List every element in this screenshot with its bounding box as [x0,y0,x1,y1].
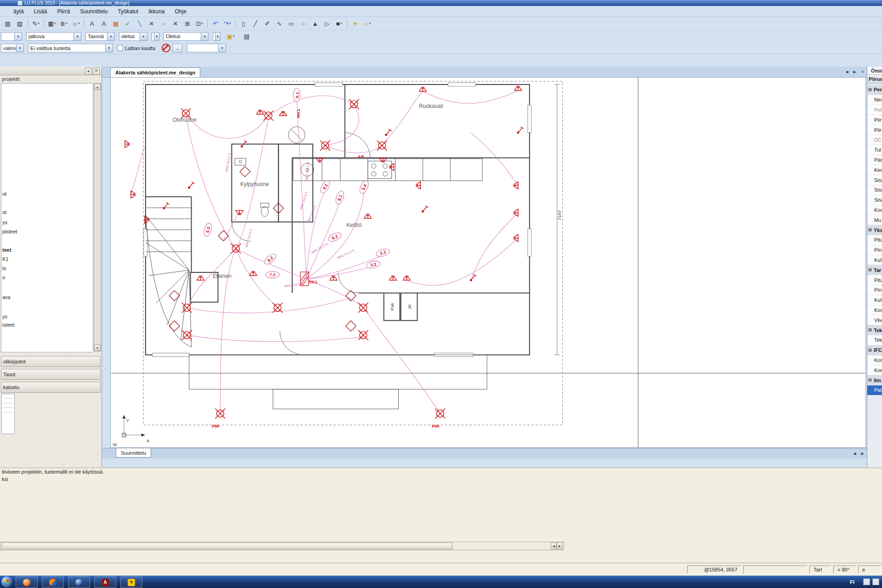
tree-item[interactable]: ot [2,209,6,215]
pencil-icon[interactable]: ✐ [262,18,273,29]
property-group[interactable]: ⊟Yks [867,225,882,235]
horizontal-scrollbar[interactable]: ◀ ▶ [0,542,564,550]
property-row[interactable]: Nin [867,95,882,105]
tab-next-icon[interactable]: ▶ [851,68,859,76]
color-swatch-icon[interactable]: ▣▾ [225,31,236,42]
hatch-icon[interactable]: ▦▾ [46,18,57,29]
taskbar-media-player[interactable] [16,577,38,588]
spot-light-symbol[interactable] [240,166,250,177]
socket-symbol[interactable] [418,87,427,91]
ceiling-light-symbol[interactable] [349,99,359,109]
fill-icon[interactable]: ■▾ [334,18,345,29]
extra-field[interactable]: e [858,565,881,574]
property-row[interactable]: Piir [867,115,882,125]
chevron-down-icon[interactable]: ▼ [140,33,147,40]
ceiling-light-symbol[interactable] [215,408,225,418]
document-tab[interactable]: Alakerta sähköpisteet.me_design [110,68,200,77]
leader-icon[interactable]: ≣▾ [58,18,69,29]
property-row[interactable]: Pol [867,105,882,115]
drawing-canvas[interactable]: OlohuoneRuokasaliKylpyhuoneKeittiöEteine… [110,77,866,448]
close-icon[interactable]: ✕ [93,68,100,74]
chevron-down-icon[interactable]: ▼ [107,33,114,40]
tab-prev-icon[interactable]: ◀ [851,450,859,458]
property-row[interactable]: Tek [867,335,882,345]
socket-symbol[interactable] [197,276,205,280]
ceiling-light-symbol[interactable] [435,408,445,418]
chevron-down-icon[interactable]: ▼ [105,44,113,52]
collapse-icon[interactable]: ⊟ [868,88,872,92]
scrollbar-thumb[interactable] [1,543,452,549]
socket-symbol[interactable] [329,276,338,280]
collapse-icon[interactable]: ⊟ [868,348,872,352]
socket-symbol[interactable] [390,163,394,171]
menu-lisää[interactable]: Lisää [29,7,52,16]
tab-next-icon[interactable]: ▶ [859,450,866,458]
chevron-down-icon[interactable]: ▾ [340,22,342,25]
chevron-down-icon[interactable]: ▼ [218,44,226,52]
scroll-up-icon[interactable]: ▲ [94,84,101,90]
socket-symbol[interactable] [514,209,518,217]
property-row[interactable]: Pitu [867,235,882,245]
rectangle-icon[interactable]: ▭ [286,18,297,29]
property-row[interactable]: Sisä [867,175,882,185]
mini-combo[interactable]: ▼ [152,32,159,41]
property-row[interactable]: Piir [867,125,882,135]
palette-icon[interactable]: ▩ [110,18,121,29]
tree-item[interactable]: ys [2,314,7,319]
socket-symbol[interactable] [514,181,518,189]
pen-icon[interactable]: ✎▾ [30,18,41,29]
ceiling-light-symbol[interactable] [377,141,387,151]
extra-combo[interactable]: ▼ [187,44,226,52]
collapse-icon[interactable]: ⊟ [868,268,872,272]
circle-tool-icon[interactable]: ○ [158,18,169,29]
text-align-icon[interactable]: A [98,18,109,29]
taskbar-browser-sphere[interactable] [68,577,90,588]
angle-field[interactable]: < 90° [833,565,856,574]
socket-symbol[interactable] [316,158,324,162]
switch-symbol[interactable] [163,203,169,209]
start-button[interactable] [1,577,12,587]
properties-tab[interactable]: Ömina [867,67,882,75]
ellipse-icon[interactable]: ○ [298,18,309,29]
scroll-right-icon[interactable]: ▶ [557,543,563,549]
property-row[interactable]: Kul [867,255,882,266]
spot-light-symbol[interactable] [345,321,356,331]
tree-item[interactable]: pisteet [2,229,17,234]
property-row[interactable]: Pin [867,285,882,295]
collapse-icon[interactable]: ⊟ [868,228,872,232]
collapse-icon[interactable]: ⊟ [868,328,872,332]
chevron-down-icon[interactable]: ▼ [14,33,22,40]
ceiling-light-symbol[interactable] [182,303,192,313]
mirror-icon[interactable]: ▲ [310,18,321,29]
tree-item[interactable]: teet [2,247,11,253]
forbidden-icon[interactable] [162,44,170,52]
menu-suunnittelu[interactable]: Suunnittelu [75,7,113,16]
socket-symbol[interactable] [389,276,397,280]
menu-ohje[interactable]: Ohje [170,7,192,16]
layer-color-combo[interactable]: Tasovä▼ [85,32,115,41]
pin-icon[interactable]: ▴ [85,68,92,74]
property-row[interactable]: Kor [867,356,882,366]
tree-item[interactable]: K1 [2,256,8,262]
socket-symbol[interactable] [279,112,287,116]
browse-button[interactable]: ... [172,44,182,52]
sheet-settings-icon[interactable]: ▤ [241,31,252,42]
socket-symbol[interactable] [256,110,264,114]
page-icon[interactable]: ▯ [238,18,249,29]
ceiling-light-symbol[interactable] [231,243,241,254]
flag-icon[interactable]: ▷ [322,18,333,29]
switch-symbol[interactable] [517,127,523,134]
section-preview[interactable]: katselu [1,382,101,393]
taskbar-firefox[interactable] [42,577,64,588]
spot-light-symbol[interactable] [218,231,229,241]
property-group[interactable]: ⊟Per [867,85,882,95]
linewidth-combo[interactable]: ▼ [1,32,22,41]
property-row[interactable]: Kor [867,365,882,375]
property-row[interactable]: Sisä [867,185,882,195]
check-icon[interactable]: ✓ [122,18,133,29]
chevron-down-icon[interactable]: ▾ [369,22,371,25]
socket-symbol[interactable] [514,234,518,242]
property-row[interactable]: Pin [867,245,882,255]
collapse-icon[interactable]: ⊟ [868,378,872,382]
redo-icon[interactable]: ↷▾ [222,18,233,29]
